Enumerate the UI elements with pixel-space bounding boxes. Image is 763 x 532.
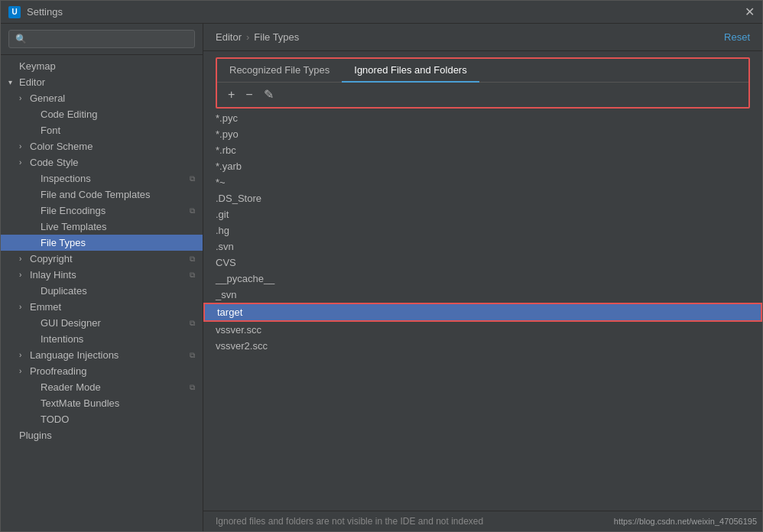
sidebar-item-label: Keymap <box>19 60 56 72</box>
sidebar-item-label: Editor <box>19 76 45 88</box>
tabs-area: Recognized File TypesIgnored Files and F… <box>216 57 750 109</box>
arrow-icon: › <box>19 142 27 151</box>
sidebar-item-inspections[interactable]: Inspections⧉ <box>1 170 203 187</box>
sidebar-item-label: Font <box>41 125 60 136</box>
main-panel: Editor › File Types Reset Recognized Fil… <box>203 24 762 531</box>
file-item-vssver2[interactable]: vssver2.scc <box>203 338 762 354</box>
reset-button[interactable]: Reset <box>724 31 750 43</box>
arrow-icon: › <box>19 158 27 167</box>
copy-icon: ⧉ <box>190 271 195 280</box>
sidebar-item-label: Proofreading <box>30 365 86 377</box>
file-item-target[interactable]: target <box>203 303 762 322</box>
sidebar-item-file-code-templates[interactable]: File and Code Templates <box>1 187 203 203</box>
sidebar-item-editor[interactable]: ▾Editor <box>1 74 203 90</box>
sidebar-item-label: Color Scheme <box>30 141 93 152</box>
add-button[interactable]: + <box>225 87 238 102</box>
sidebar-item-label: General <box>30 92 65 104</box>
sidebar-item-color-scheme[interactable]: ›Color Scheme <box>1 138 203 154</box>
sidebar: Keymap▾Editor›GeneralCode EditingFont›Co… <box>1 24 203 531</box>
file-item-pyo[interactable]: *.pyo <box>203 126 762 142</box>
copy-icon: ⧉ <box>190 383 195 392</box>
breadcrumb-parent: Editor <box>216 31 242 43</box>
sidebar-item-label: File and Code Templates <box>41 189 151 200</box>
tabs-bar: Recognized File TypesIgnored Files and F… <box>217 59 748 83</box>
sidebar-tree: Keymap▾Editor›GeneralCode EditingFont›Co… <box>1 55 203 531</box>
sidebar-item-code-editing[interactable]: Code Editing <box>1 106 203 122</box>
sidebar-item-live-templates[interactable]: Live Templates <box>1 219 203 235</box>
copy-icon: ⧉ <box>190 255 195 264</box>
file-item-vssver[interactable]: vssver.scc <box>203 322 762 338</box>
sidebar-item-keymap[interactable]: Keymap <box>1 58 203 74</box>
sidebar-item-label: Emmet <box>30 301 61 313</box>
sidebar-item-label: TextMate Bundles <box>41 397 119 409</box>
sidebar-item-label: Language Injections <box>30 349 119 361</box>
sidebar-item-label: Inspections <box>41 173 91 184</box>
sidebar-item-reader-mode[interactable]: Reader Mode⧉ <box>1 379 203 395</box>
file-item-yarb[interactable]: *.yarb <box>203 158 762 174</box>
file-item-cvs[interactable]: CVS <box>203 255 762 271</box>
breadcrumb-separator: › <box>246 31 249 43</box>
sidebar-item-gui-designer[interactable]: GUI Designer⧉ <box>1 315 203 331</box>
main-header: Editor › File Types Reset <box>203 24 762 51</box>
copy-icon: ⧉ <box>190 351 195 360</box>
window-title: Settings <box>27 6 63 18</box>
sidebar-item-todo[interactable]: TODO <box>1 411 203 427</box>
titlebar: U Settings ✕ <box>1 1 762 24</box>
toolbar: + − ✎ <box>217 83 748 107</box>
file-item-pyc[interactable]: *.pyc <box>203 110 762 126</box>
file-item-svn2[interactable]: _svn <box>203 287 762 303</box>
sidebar-item-label: Inlay Hints <box>30 269 76 281</box>
arrow-icon: › <box>19 255 27 263</box>
sidebar-item-label: Intentions <box>41 333 83 345</box>
edit-button[interactable]: ✎ <box>261 87 277 102</box>
sidebar-item-code-style[interactable]: ›Code Style <box>1 154 203 170</box>
sidebar-item-inlay-hints[interactable]: ›Inlay Hints⧉ <box>1 267 203 283</box>
sidebar-item-font[interactable]: Font <box>1 122 203 138</box>
arrow-icon: › <box>19 351 27 359</box>
sidebar-item-language-injections[interactable]: ›Language Injections⧉ <box>1 347 203 363</box>
file-list: *.pyc*.pyo*.rbc*.yarb*~.DS_Store.git.hg.… <box>203 109 762 511</box>
sidebar-item-proofreading[interactable]: ›Proofreading <box>1 363 203 379</box>
sidebar-item-label: TODO <box>41 414 69 425</box>
sidebar-item-duplicates[interactable]: Duplicates <box>1 283 203 299</box>
sidebar-item-plugins[interactable]: Plugins <box>1 427 203 443</box>
sidebar-item-label: Code Editing <box>41 109 97 120</box>
sidebar-item-file-types[interactable]: File Types <box>1 235 203 251</box>
copy-icon: ⧉ <box>190 319 195 328</box>
sidebar-item-copyright[interactable]: ›Copyright⧉ <box>1 251 203 267</box>
sidebar-item-file-encodings[interactable]: File Encodings⧉ <box>1 203 203 219</box>
sidebar-item-label: Copyright <box>30 253 73 264</box>
sidebar-item-label: File Encodings <box>41 205 106 216</box>
watermark: https://blog.csdn.net/weixin_47056195 <box>614 517 757 526</box>
file-item-tilde[interactable]: *~ <box>203 174 762 190</box>
sidebar-item-textmate-bundles[interactable]: TextMate Bundles <box>1 395 203 411</box>
file-item-rbc[interactable]: *.rbc <box>203 142 762 158</box>
tab-ignored[interactable]: Ignored Files and Folders <box>342 59 479 83</box>
file-item-hg[interactable]: .hg <box>203 222 762 238</box>
file-item-ds_store[interactable]: .DS_Store <box>203 190 762 206</box>
arrow-icon: › <box>19 271 27 279</box>
tab-recognized[interactable]: Recognized File Types <box>217 59 342 83</box>
app-icon: U <box>8 6 21 18</box>
arrow-icon: ▾ <box>8 78 16 86</box>
file-item-pycache[interactable]: __pycache__ <box>203 271 762 287</box>
breadcrumb-current: File Types <box>254 31 299 43</box>
search-input[interactable] <box>8 30 195 48</box>
sidebar-item-label: Live Templates <box>41 221 106 232</box>
file-item-git[interactable]: .git <box>203 206 762 222</box>
file-item-svn1[interactable]: .svn <box>203 238 762 255</box>
arrow-icon: › <box>19 94 27 102</box>
sidebar-item-general[interactable]: ›General <box>1 90 203 106</box>
arrow-icon: › <box>19 367 27 375</box>
settings-window: U Settings ✕ Keymap▾Editor›GeneralCode E… <box>0 0 763 532</box>
sidebar-item-label: GUI Designer <box>41 317 101 329</box>
content-area: Keymap▾Editor›GeneralCode EditingFont›Co… <box>1 24 762 531</box>
sidebar-item-label: Plugins <box>19 430 52 441</box>
sidebar-item-label: Reader Mode <box>41 381 101 393</box>
arrow-icon: › <box>19 303 27 311</box>
sidebar-item-emmet[interactable]: ›Emmet <box>1 299 203 315</box>
remove-button[interactable]: − <box>242 87 255 102</box>
close-button[interactable]: ✕ <box>745 6 755 18</box>
copy-icon: ⧉ <box>190 206 195 216</box>
sidebar-item-intentions[interactable]: Intentions <box>1 331 203 347</box>
